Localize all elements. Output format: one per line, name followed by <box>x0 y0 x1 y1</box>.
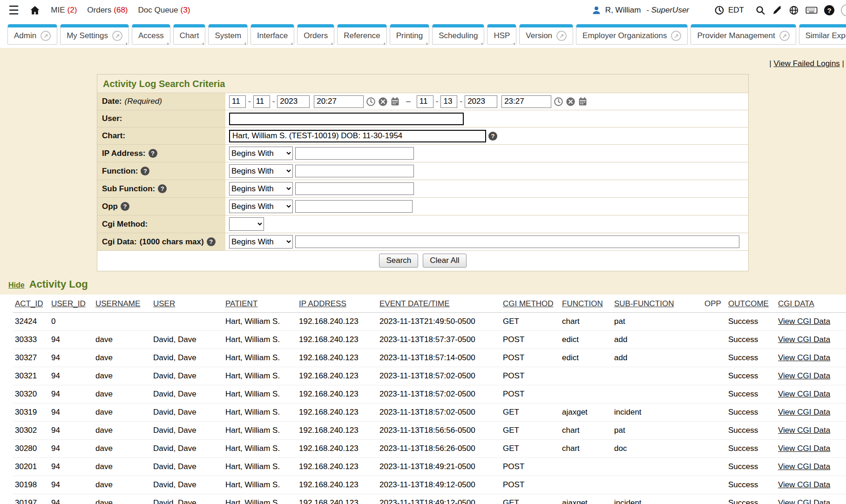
view-cgi-data-link[interactable]: View CGI Data <box>778 317 830 326</box>
ip-address-input[interactable] <box>295 147 414 160</box>
cell-user-id: 94 <box>49 458 94 476</box>
cgi-data-input[interactable] <box>295 235 739 248</box>
search-icon[interactable] <box>755 5 765 15</box>
keyboard-icon[interactable] <box>805 5 818 15</box>
clock-icon[interactable] <box>366 97 376 107</box>
sort-event-datetime[interactable]: EVENT DATE/TIME <box>379 299 450 308</box>
clock-icon[interactable] <box>554 97 563 107</box>
sort-cgi-method[interactable]: CGI METHOD <box>503 299 554 308</box>
external-link-icon[interactable]: ↗ <box>671 31 681 41</box>
cgi-data-help-icon[interactable]: ? <box>207 237 216 246</box>
tab-label: Chart <box>180 31 199 40</box>
nav-item-doc-queue[interactable]: Doc Queue (3) <box>138 6 190 15</box>
tab-orders[interactable]: Orders <box>297 24 334 45</box>
view-cgi-data-link[interactable]: View CGI Data <box>778 480 830 489</box>
tab-admin[interactable]: Admin ↗ <box>7 24 57 45</box>
opp-input[interactable] <box>295 200 413 213</box>
tab-chart[interactable]: Chart <box>173 24 206 45</box>
view-cgi-data-link[interactable]: View CGI Data <box>778 426 830 435</box>
view-cgi-data-link[interactable]: View CGI Data <box>778 335 830 344</box>
ip-help-icon[interactable]: ? <box>149 149 157 158</box>
nav-item-orders[interactable]: Orders (68) <box>87 6 128 15</box>
partial-edge-icon[interactable] <box>841 4 846 16</box>
sort-user-id[interactable]: USER_ID <box>51 299 86 308</box>
external-link-icon[interactable]: ↗ <box>112 31 122 41</box>
date-from-day-input[interactable] <box>253 95 270 108</box>
function-match-select[interactable]: Begins With <box>229 164 293 178</box>
clock-icon[interactable] <box>714 5 724 15</box>
sort-user[interactable]: USER <box>153 299 175 308</box>
view-cgi-data-link[interactable]: View CGI Data <box>778 444 830 453</box>
sort-ip-address[interactable]: IP ADDRESS <box>299 299 346 308</box>
ip-match-select[interactable]: Begins With <box>229 147 293 160</box>
tab-reference[interactable]: Reference <box>337 24 386 45</box>
signature-pencil-icon[interactable] <box>772 5 782 15</box>
view-cgi-data-link[interactable]: View CGI Data <box>778 390 830 398</box>
calendar-icon[interactable] <box>390 97 400 107</box>
tab-access[interactable]: Access <box>132 24 170 45</box>
tab-hsp[interactable]: HSP <box>487 24 516 45</box>
clear-all-button[interactable]: Clear All <box>423 254 466 268</box>
tab-employer-organizations[interactable]: Employer Organizations ↗ <box>576 24 688 45</box>
view-failed-logins-link[interactable]: View Failed Logins <box>773 59 839 68</box>
calendar-icon[interactable] <box>578 97 588 107</box>
date-from-year-input[interactable] <box>277 95 310 108</box>
sort-function[interactable]: FUNCTION <box>562 299 603 308</box>
globe-icon[interactable] <box>789 5 799 15</box>
date-to-month-input[interactable] <box>417 95 433 108</box>
current-user[interactable]: R, William - SuperUser <box>591 5 689 15</box>
clear-date-icon[interactable] <box>378 97 388 107</box>
date-to-time-input[interactable] <box>501 95 551 108</box>
sort-cgi-data[interactable]: CGI DATA <box>778 299 814 308</box>
hide-link[interactable]: Hide <box>8 281 25 289</box>
chart-input[interactable] <box>229 130 486 142</box>
tab-printing[interactable]: Printing <box>390 24 430 45</box>
cell-act-id: 30333 <box>13 331 49 349</box>
date-from-month-input[interactable] <box>229 95 246 108</box>
opp-help-icon[interactable]: ? <box>121 202 129 211</box>
hamburger-menu-icon[interactable]: ☰ <box>8 4 19 16</box>
sort-username[interactable]: USERNAME <box>95 299 140 308</box>
external-link-icon[interactable]: ↗ <box>779 31 790 41</box>
external-link-icon[interactable]: ↗ <box>556 31 567 41</box>
tab-provider-management[interactable]: Provider Management ↗ <box>690 24 796 45</box>
cgi-data-match-select[interactable]: Begins With <box>229 235 293 249</box>
clear-date-icon[interactable] <box>566 97 575 107</box>
tab-similar-exposures[interactable]: Similar Exposu <box>799 24 846 45</box>
cell-ip-address: 192.168.240.123 <box>297 494 378 504</box>
sub-function-help-icon[interactable]: ? <box>158 184 167 193</box>
view-cgi-data-link[interactable]: View CGI Data <box>778 353 830 362</box>
tab-interface[interactable]: Interface <box>250 24 294 45</box>
date-to-day-input[interactable] <box>440 95 457 108</box>
search-button[interactable]: Search <box>379 254 418 268</box>
home-icon[interactable] <box>29 5 41 16</box>
sub-function-match-select[interactable]: Begins With <box>229 182 293 195</box>
tab-version[interactable]: Version ↗ <box>519 24 573 45</box>
sort-act-id[interactable]: ACT_ID <box>15 299 43 308</box>
function-help-icon[interactable]: ? <box>141 167 149 175</box>
cell-user: David, Dave <box>151 385 223 403</box>
nav-item-mie[interactable]: MIE (2) <box>51 6 77 15</box>
sort-patient[interactable]: PATIENT <box>225 299 257 308</box>
cgi-method-select[interactable] <box>229 217 264 231</box>
view-cgi-data-link[interactable]: View CGI Data <box>778 371 830 380</box>
view-cgi-data-link[interactable]: View CGI Data <box>778 408 830 417</box>
user-input[interactable] <box>229 113 464 125</box>
external-link-icon[interactable]: ↗ <box>41 31 51 41</box>
date-to-year-input[interactable] <box>465 95 497 108</box>
view-cgi-data-link[interactable]: View CGI Data <box>778 498 830 504</box>
cell-username: dave <box>94 367 151 385</box>
tab-scheduling[interactable]: Scheduling <box>432 24 484 45</box>
sub-function-input[interactable] <box>295 182 414 195</box>
topbar-left: ☰ MIE (2) Orders (68) Doc Queue (3) <box>8 4 190 16</box>
help-icon[interactable]: ? <box>824 5 834 15</box>
tab-my-settings[interactable]: My Settings ↗ <box>60 24 129 45</box>
tab-system[interactable]: System <box>208 24 248 45</box>
sort-sub-function[interactable]: SUB-FUNCTION <box>614 299 674 308</box>
sort-outcome[interactable]: OUTCOME <box>728 299 769 308</box>
chart-help-icon[interactable]: ? <box>488 132 497 141</box>
view-cgi-data-link[interactable]: View CGI Data <box>778 462 830 471</box>
opp-match-select[interactable]: Begins With <box>229 200 293 213</box>
date-from-time-input[interactable] <box>314 95 364 108</box>
function-input[interactable] <box>295 165 414 177</box>
